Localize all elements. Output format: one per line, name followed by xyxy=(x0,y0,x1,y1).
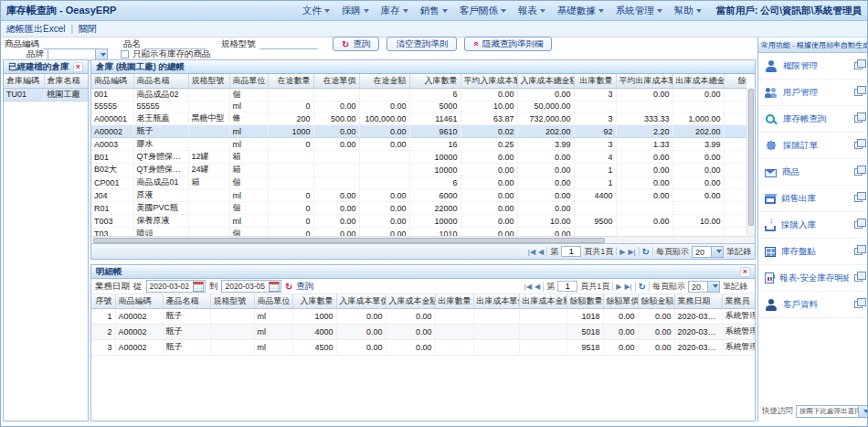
menubar-item[interactable]: 採購 xyxy=(342,5,369,17)
table-row[interactable]: 5555555555ml00.000.00500010.0050,000.005… xyxy=(91,101,746,112)
column-header[interactable]: 規格型號 xyxy=(210,294,254,308)
column-header[interactable]: 餘額數量 xyxy=(724,74,746,88)
column-header[interactable]: 業務日期 xyxy=(674,294,722,308)
menubar-item[interactable]: 銷售 xyxy=(420,5,448,17)
column-header[interactable]: 入庫成本單價 xyxy=(336,294,386,308)
table-row[interactable]: A000001老王瓶蓋黑糖中型條200500.00100,000.0011461… xyxy=(91,112,746,125)
first-page-button[interactable] xyxy=(528,248,535,256)
column-header[interactable]: 入庫成本總金額 xyxy=(517,74,574,88)
column-header[interactable]: 出庫數量 xyxy=(574,74,616,88)
menubar-item[interactable]: 系統管理 xyxy=(616,5,662,17)
column-header[interactable]: 出庫成本單價 xyxy=(473,294,519,308)
column-header[interactable]: 入庫數量 xyxy=(292,294,336,308)
next-page-button[interactable] xyxy=(619,248,625,256)
column-header[interactable]: 在途單價 xyxy=(313,74,359,88)
column-header[interactable]: 在途金額 xyxy=(359,74,409,88)
table-row[interactable]: 001商品成品02個60.000.0030.000.00 xyxy=(91,88,746,101)
sidebar-item[interactable]: 報表-安全庫存明細表 xyxy=(758,265,868,292)
last-page-button[interactable] xyxy=(628,248,635,256)
prev-page-button[interactable] xyxy=(538,248,544,256)
table-row[interactable]: CP001商品成品01箱個60.000.0010.000.00 xyxy=(91,176,746,189)
column-header[interactable]: 商品編碼 xyxy=(115,294,163,308)
column-header[interactable]: 出庫數量 xyxy=(435,294,473,308)
column-header[interactable]: 商品編碼 xyxy=(91,74,133,88)
sidebar-item[interactable]: 客戶資料 xyxy=(758,292,868,318)
export-excel-link[interactable]: 總帳匯出Excel xyxy=(6,23,65,36)
last-page-button[interactable] xyxy=(624,283,631,291)
refresh-icon[interactable] xyxy=(642,247,650,257)
column-header[interactable]: 入庫成本金額 xyxy=(386,294,435,308)
open-window-icon[interactable] xyxy=(854,89,863,96)
first-page-button[interactable] xyxy=(524,283,532,291)
column-header[interactable]: 在途數量 xyxy=(268,74,313,88)
column-header[interactable]: 入庫數量 xyxy=(409,74,460,88)
menubar-item[interactable]: 客戶關係 xyxy=(460,5,506,17)
vertical-scrollbar[interactable] xyxy=(746,88,755,237)
date-to-input[interactable]: 2020-03-05 xyxy=(221,280,281,293)
hide-query-button[interactable]: « 隱藏查詢準則欄 xyxy=(464,37,552,51)
table-row[interactable]: J04原液ml00.000.0060000.000.0044000.000.00… xyxy=(91,189,746,202)
sidebar-item[interactable]: 權限管理 xyxy=(758,53,868,80)
column-header[interactable]: 倉庫編碼 xyxy=(4,74,44,88)
open-window-icon[interactable] xyxy=(854,115,863,123)
table-row[interactable]: B02大QT身體保養...24罐箱100000.000.0010.000.009… xyxy=(91,164,746,176)
menubar-item[interactable]: 庫存 xyxy=(381,5,408,17)
chevron-down-icon[interactable] xyxy=(711,247,723,257)
per-page-select[interactable]: 20 xyxy=(688,281,720,293)
per-page-select[interactable]: 20 xyxy=(692,246,724,258)
calendar-icon[interactable] xyxy=(193,282,204,292)
menubar-item[interactable]: 基礎數據 xyxy=(557,5,604,17)
horizontal-scrollbar[interactable] xyxy=(91,236,755,243)
detail-search-link[interactable]: 查詢 xyxy=(296,281,313,293)
open-window-icon[interactable] xyxy=(854,62,863,69)
close-icon[interactable] xyxy=(73,62,83,72)
page-input[interactable] xyxy=(561,246,581,257)
table-row[interactable]: 1A00002瓶子ml10000.000.0010180.000.002020-… xyxy=(91,308,755,324)
menubar-item[interactable]: 報表 xyxy=(518,5,545,17)
chevron-down-icon[interactable] xyxy=(707,282,719,292)
sidebar-item[interactable]: 採購訂單 xyxy=(758,133,868,159)
prev-page-button[interactable] xyxy=(535,283,540,291)
scrollbar-thumb[interactable] xyxy=(748,89,754,226)
open-window-icon[interactable] xyxy=(854,195,863,202)
open-window-icon[interactable] xyxy=(854,274,863,282)
table-row[interactable]: R01美國PVC瓶個00.000.00220000.000.00220 xyxy=(91,202,746,215)
table-row[interactable]: B01QT身體保養...12罐箱100000.000.0040.000.0099 xyxy=(91,151,746,164)
column-header[interactable]: 產品名稱 xyxy=(163,294,210,308)
open-window-icon[interactable] xyxy=(854,168,863,176)
table-row[interactable]: TU01桃園工廠 xyxy=(4,88,88,101)
column-header[interactable]: 出庫成本金額 xyxy=(519,294,566,308)
table-row[interactable]: T003保養原液ml00.000.00100000.0010.0095000.0… xyxy=(91,215,746,228)
column-header[interactable]: 商品單位 xyxy=(229,74,268,88)
open-window-icon[interactable] xyxy=(854,221,863,229)
sidebar-item[interactable]: 商品 xyxy=(758,159,868,186)
date-from-input[interactable]: 2020-03-02 xyxy=(146,280,206,293)
clear-query-button[interactable]: 清空查詢準則 xyxy=(386,37,457,51)
open-window-icon[interactable] xyxy=(854,142,863,149)
sidebar-item[interactable]: 用戶管理 xyxy=(758,80,868,106)
column-header[interactable]: 餘額金額 xyxy=(638,294,674,308)
menubar-item[interactable]: 文件 xyxy=(302,5,330,17)
search-button[interactable]: 查詢 xyxy=(333,37,379,51)
close-window-link[interactable]: 關閉 xyxy=(79,23,97,36)
column-header[interactable]: 倉庫名稱 xyxy=(44,74,88,88)
column-header[interactable]: 商品名稱 xyxy=(133,74,188,88)
chevron-down-icon[interactable] xyxy=(95,49,107,60)
table-row[interactable]: A0003膠水ml00.000.00160.253.9931.333.99 xyxy=(91,138,746,151)
sidebar-item[interactable]: 庫存帳查詢 xyxy=(758,106,868,133)
column-header[interactable]: 序號 xyxy=(91,294,115,308)
sidebar-item[interactable]: 採購入庫 xyxy=(758,212,868,239)
product-name-input[interactable] xyxy=(144,39,206,49)
column-header[interactable]: 出庫成本總金額 xyxy=(672,74,724,88)
column-header[interactable]: 餘額數量 xyxy=(566,294,603,308)
column-header[interactable]: 商品單位 xyxy=(254,294,292,308)
table-row[interactable]: 2A00002瓶子ml40000.000.0050180.000.002020-… xyxy=(91,324,755,339)
column-header[interactable]: 規格型號 xyxy=(188,74,229,88)
sidebar-item[interactable]: 銷售出庫 xyxy=(758,186,868,212)
open-window-icon[interactable] xyxy=(854,248,863,255)
column-header[interactable]: 平均出庫成本單價 xyxy=(616,74,672,88)
refresh-icon[interactable] xyxy=(639,282,646,292)
only-stock-checkbox[interactable] xyxy=(121,50,129,59)
next-page-button[interactable] xyxy=(616,283,621,291)
column-header[interactable]: 業務員 xyxy=(722,294,755,308)
